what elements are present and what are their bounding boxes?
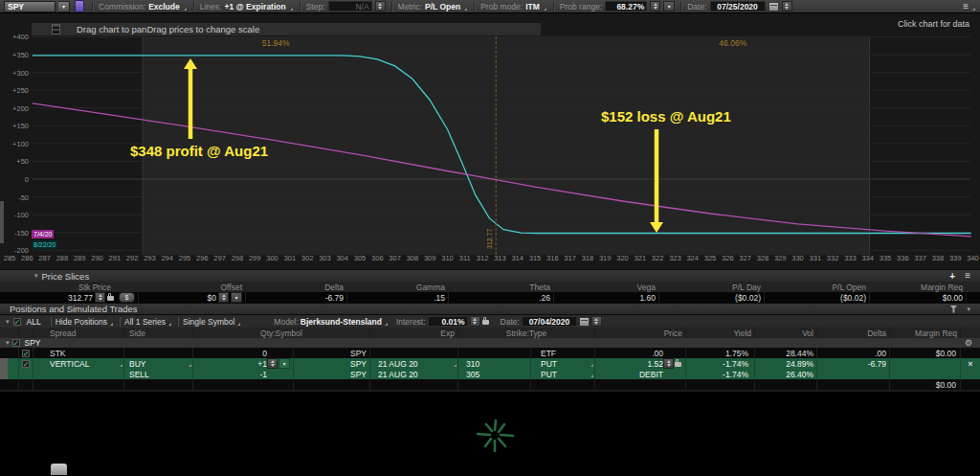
margin-cell: $0.00 [890, 348, 961, 358]
positions-date-input[interactable]: 07/04/2020 [522, 316, 577, 327]
dropdown-corner-icon[interactable] [464, 8, 467, 11]
calendar-icon[interactable] [579, 317, 590, 327]
qty-dropdown-icon[interactable]: ▾ [278, 358, 290, 369]
type-cell[interactable]: PUT [541, 359, 557, 369]
prob-range-dropdown-icon[interactable]: ▾ [663, 1, 675, 11]
symbol-select[interactable]: SPY [4, 1, 56, 12]
expiration-date-tag: 8/22/20 [32, 240, 57, 249]
row-checkbox[interactable]: ✓ [22, 360, 30, 368]
filter-icon[interactable] [949, 306, 957, 313]
offset-stepper[interactable] [218, 292, 229, 303]
prob-range-stepper[interactable] [650, 1, 660, 11]
exp-cell[interactable]: 21 AUG 20 [378, 359, 418, 369]
qty-stepper[interactable] [267, 358, 278, 369]
interest-stepper[interactable] [470, 316, 480, 327]
side-cell[interactable]: BUY [129, 359, 145, 369]
collapse-icon[interactable]: ▾ [6, 339, 10, 347]
symbol-mode-filter[interactable]: Single Symbol [183, 317, 234, 327]
prob-mode-value[interactable]: ITM [525, 2, 540, 11]
lock-icon[interactable] [107, 296, 114, 301]
gear-icon[interactable]: ⚙ [965, 338, 972, 348]
positions-date-stepper[interactable] [591, 316, 602, 327]
pan-grip-icon[interactable] [52, 24, 60, 34]
dropdown-corner-icon[interactable] [385, 323, 388, 326]
type-cell[interactable]: PUT [541, 370, 557, 379]
prob-range-input[interactable]: 68.27% [605, 1, 647, 11]
slices-menu-icon[interactable]: ≡ [965, 271, 970, 281]
group-checkbox[interactable]: ✓ [12, 339, 20, 347]
dropdown-corner-icon[interactable] [168, 323, 171, 326]
dropdown-corner-icon[interactable] [290, 8, 293, 11]
hide-positions-button[interactable]: Hide Positions [56, 317, 107, 327]
row-checkbox[interactable]: ✓ [22, 350, 30, 357]
exp-cell[interactable]: 21 AUG 20 [370, 369, 458, 379]
collapse-icon[interactable]: ▾ [6, 318, 10, 326]
table-row-stk[interactable]: ✓ STK 0 SPY ETF .00 1.75% 28.44% .00 $0.… [0, 348, 980, 358]
dropdown-corner-icon[interactable] [590, 374, 593, 377]
lock-icon[interactable] [675, 362, 681, 367]
all-checkbox[interactable]: ✓ [13, 318, 21, 326]
lines-value[interactable]: +1 @ Expiration [224, 2, 285, 11]
dropdown-corner-icon[interactable] [237, 323, 240, 326]
calendar-icon[interactable] [768, 2, 779, 11]
symbol-dropdown-icon[interactable]: ▾ [58, 1, 70, 12]
qty-cell[interactable]: -1 [259, 370, 267, 379]
price-slices-column-headers: Stk Price Offset Delta Gamma Theta Vega … [0, 282, 980, 292]
pl-chart-panel[interactable]: 312.7751.94%46.06%$348 profit @ Aug21$15… [0, 13, 980, 269]
offset-dropdown-icon[interactable]: ▾ [231, 292, 242, 303]
spread-cell[interactable]: VERTICAL [50, 359, 89, 369]
dollar-badge-icon[interactable]: $ [119, 292, 135, 303]
dropdown-corner-icon[interactable] [189, 364, 191, 367]
stk-price-stepper[interactable] [95, 292, 105, 303]
price-slices-title: Price Slices [42, 271, 90, 282]
dropdown-corner-icon[interactable] [184, 8, 187, 11]
dropdown-corner-icon[interactable] [972, 8, 975, 11]
metric-value[interactable]: P/L Open [425, 2, 460, 11]
dropdown-corner-icon[interactable] [110, 323, 113, 326]
pl-chart[interactable]: 312.7751.94%46.06%$348 profit @ Aug21$15… [0, 13, 980, 269]
stk-price-value[interactable]: 312.77 [68, 293, 93, 303]
model-value[interactable]: Bjerksund-Stensland [301, 317, 382, 327]
collapse-icon[interactable]: ▾ [34, 272, 38, 280]
price-stepper[interactable] [663, 358, 674, 369]
lock-icon[interactable] [482, 320, 489, 325]
toolbar-menu-icon[interactable]: ≡ [963, 2, 969, 11]
add-slice-icon[interactable]: + [949, 271, 955, 282]
dropdown-corner-icon[interactable] [590, 364, 593, 367]
date-input[interactable]: 07/25/2020 [710, 1, 766, 11]
row-grip[interactable] [0, 369, 8, 379]
price-slices-header[interactable]: ▾ Price Slices + ≡ [0, 269, 980, 282]
price-cell[interactable]: 1.52 [647, 359, 663, 369]
taskbar-item[interactable] [51, 464, 67, 475]
col-spread: Spread [33, 328, 124, 338]
chart-pan-bar[interactable]: Drag chart to panDrag prices to change s… [32, 23, 541, 35]
col-qty-symbol: Qty:Symbol [193, 328, 370, 338]
metric-label: Metric: [398, 2, 423, 11]
dropdown-corner-icon[interactable] [120, 364, 122, 367]
axis-drag-handle[interactable] [0, 201, 4, 243]
series-filter[interactable]: All 1 Series [124, 317, 166, 327]
interest-input[interactable]: 0.01% [428, 316, 468, 327]
offset-value[interactable]: $0 [208, 293, 216, 303]
interest-label: Interest: [396, 317, 426, 327]
side-cell[interactable]: SELL [124, 369, 193, 379]
table-row-sell[interactable]: SELL -1 SPY 21 AUG 20 305 PUT DEBIT -1.7… [0, 369, 980, 379]
loading-asterisk-icon [475, 417, 517, 455]
strike-cell[interactable]: 310 [458, 358, 531, 369]
commission-label: Commission: [99, 2, 145, 11]
dropdown-corner-icon[interactable] [454, 364, 457, 367]
commission-value[interactable]: Exclude [148, 2, 180, 11]
table-row-buy[interactable]: ✓ VERTICAL BUY +1▾ SPY 21 AUG 20 310 PUT… [0, 358, 980, 369]
collapse-icon[interactable]: ▾ [967, 306, 970, 313]
remove-trade-icon[interactable]: × [968, 359, 972, 369]
symbol-group-row[interactable]: ▾ ✓ SPY ⚙ [0, 338, 980, 348]
row-grip[interactable] [0, 358, 8, 369]
dropdown-corner-icon[interactable] [544, 8, 546, 11]
step-stepper[interactable] [375, 1, 386, 11]
step-input[interactable]: N/A [328, 1, 372, 11]
positions-header[interactable]: Positions and Simulated Trades ▾ [0, 303, 980, 314]
strike-cell[interactable]: 305 [458, 369, 531, 379]
date-stepper[interactable] [782, 1, 792, 11]
link-color-icon[interactable] [75, 0, 84, 12]
qty-cell[interactable]: +1 [257, 359, 267, 369]
